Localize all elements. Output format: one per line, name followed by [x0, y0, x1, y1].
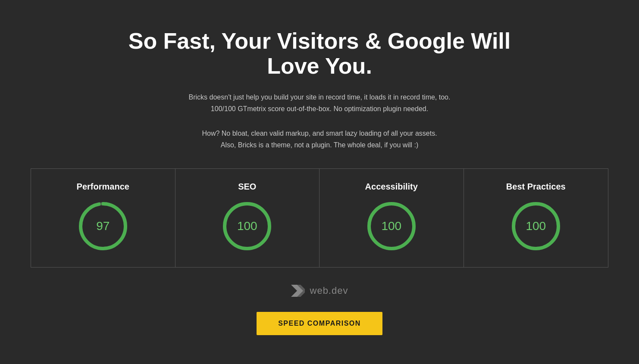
webdev-badge: web.dev — [291, 285, 348, 297]
description-line1: How? No bloat, clean valid markup, and s… — [202, 128, 437, 139]
speed-comparison-button[interactable]: SPEED COMPARISON — [257, 312, 382, 335]
subtitle-line1: Bricks doesn't just help you build your … — [189, 91, 451, 103]
metric-circle-1: 100 — [221, 200, 273, 252]
metric-label: Best Practices — [506, 182, 566, 192]
page-title: So Fast, Your Visitors & Google Will Lov… — [125, 29, 514, 78]
metric-circle-3: 100 — [510, 200, 562, 252]
metric-value: 100 — [237, 219, 257, 233]
metric-cell-accessibility: Accessibility 100 — [320, 169, 464, 267]
metric-label: Performance — [77, 182, 129, 192]
webdev-icon — [291, 285, 305, 297]
metric-cell-best-practices: Best Practices 100 — [464, 169, 608, 267]
metric-circle-2: 100 — [366, 200, 417, 252]
metric-circle-0: 97 — [77, 200, 129, 252]
webdev-text: web.dev — [310, 285, 348, 296]
description-line2: Also, Bricks is a theme, not a plugin. T… — [202, 139, 437, 151]
metric-cell-performance: Performance 97 — [31, 169, 175, 267]
metric-value: 100 — [526, 219, 546, 233]
metric-label: SEO — [238, 182, 256, 192]
metrics-grid: Performance 97 SEO 100 Accessibi — [31, 168, 608, 268]
metric-value: 100 — [381, 219, 401, 233]
description-block: How? No bloat, clean valid markup, and s… — [202, 128, 437, 151]
page-wrapper: So Fast, Your Visitors & Google Will Lov… — [0, 0, 639, 364]
subtitle-line2: 100/100 GTmetrix score out-of-the-box. N… — [189, 103, 451, 115]
metric-label: Accessibility — [365, 182, 418, 192]
metric-cell-seo: SEO 100 — [175, 169, 320, 267]
subtitle-block: Bricks doesn't just help you build your … — [189, 91, 451, 115]
metric-value: 97 — [96, 219, 110, 233]
